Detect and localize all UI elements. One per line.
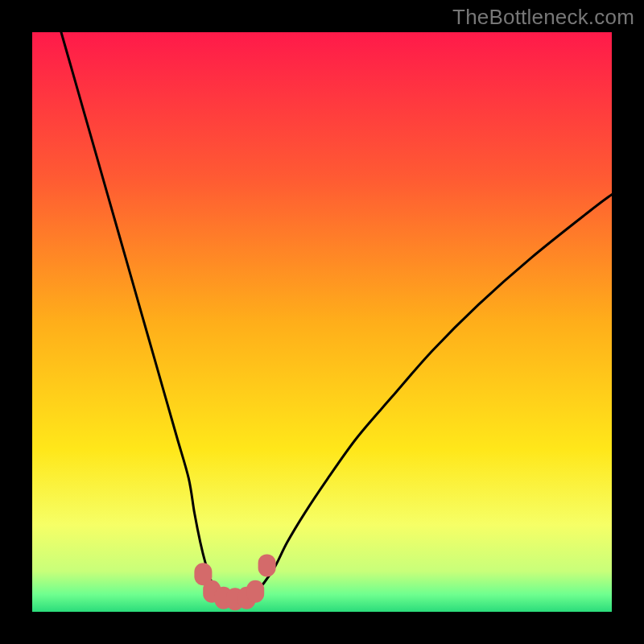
left-branch-curve <box>61 32 224 601</box>
chart-frame: TheBottleneck.com <box>0 0 644 644</box>
plot-area <box>32 32 612 612</box>
watermark-text: TheBottleneck.com <box>452 5 634 30</box>
curve-layer <box>32 32 612 612</box>
trough-marker <box>246 580 264 603</box>
right-branch-curve <box>246 195 612 601</box>
trough-marker <box>258 554 276 576</box>
